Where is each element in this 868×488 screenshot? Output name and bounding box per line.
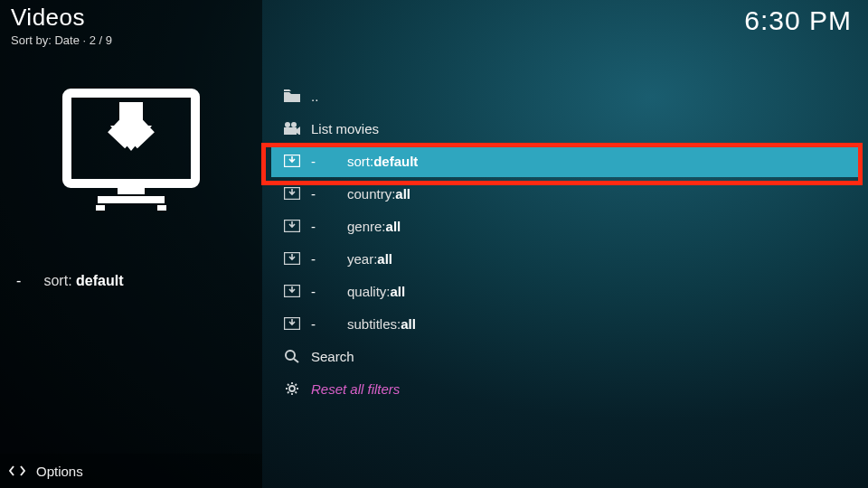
up-label: .. xyxy=(311,89,318,104)
list-item-reset[interactable]: Reset all filters xyxy=(271,372,859,405)
quality-val: all xyxy=(391,284,406,299)
svg-line-22 xyxy=(288,384,289,386)
search-icon xyxy=(284,349,311,363)
detail-val: default xyxy=(76,273,123,288)
sort-field: Date xyxy=(54,33,79,47)
svg-line-23 xyxy=(296,392,297,394)
download-box-icon xyxy=(284,187,311,200)
options-label: Options xyxy=(36,464,83,479)
list-item-search[interactable]: Search xyxy=(271,340,859,372)
sort-info: Sort by: Date · 2 / 9 xyxy=(11,33,112,47)
svg-point-17 xyxy=(289,386,295,391)
header: Videos Sort by: Date · 2 / 9 xyxy=(11,4,112,47)
dash: - xyxy=(311,316,347,332)
svg-rect-2 xyxy=(98,196,165,203)
list-item-movies[interactable]: List movies xyxy=(271,112,859,145)
sidebar-detail: - sort: default xyxy=(16,273,123,289)
genre-key: genre: xyxy=(347,219,386,234)
detail-dash: - xyxy=(16,273,40,289)
list-item-country[interactable]: - country: all xyxy=(271,177,859,210)
download-box-icon xyxy=(284,252,311,265)
search-label: Search xyxy=(311,349,354,364)
country-key: country: xyxy=(347,186,395,202)
list-item-genre[interactable]: - genre: all xyxy=(271,210,859,242)
separator: · xyxy=(80,33,90,47)
dash: - xyxy=(311,251,347,267)
dash: - xyxy=(311,284,347,299)
list-item-sort[interactable]: - sort: default xyxy=(271,145,859,177)
svg-point-7 xyxy=(291,122,297,127)
country-val: all xyxy=(395,186,410,202)
year-val: all xyxy=(377,251,392,267)
svg-line-24 xyxy=(288,392,289,394)
download-box-icon xyxy=(284,155,311,167)
folder-up-icon xyxy=(284,89,311,102)
download-box-icon xyxy=(284,317,311,330)
subtitles-key: subtitles: xyxy=(347,316,401,332)
svg-rect-3 xyxy=(96,205,105,211)
video-camera-icon xyxy=(284,122,311,135)
svg-point-6 xyxy=(285,122,290,127)
download-box-icon xyxy=(284,220,311,232)
position-indicator: 2 / 9 xyxy=(90,33,112,47)
svg-line-25 xyxy=(296,384,297,386)
svg-point-15 xyxy=(286,351,295,360)
download-box-icon xyxy=(284,285,311,297)
detail-key: sort: xyxy=(43,273,76,288)
genre-val: all xyxy=(386,219,401,234)
list-item-quality[interactable]: - quality: all xyxy=(271,275,859,307)
dash: - xyxy=(311,219,347,234)
list-item-subtitles[interactable]: - subtitles: all xyxy=(271,307,859,340)
clock: 6:30 PM xyxy=(744,5,852,36)
svg-rect-8 xyxy=(284,127,297,135)
reset-label: Reset all filters xyxy=(311,381,400,397)
sidebar xyxy=(0,0,262,488)
svg-line-16 xyxy=(294,359,298,362)
list-movies-label: List movies xyxy=(311,121,379,136)
options-arrows-icon xyxy=(9,464,31,478)
page-title: Videos xyxy=(11,4,112,32)
sort-prefix: Sort by: xyxy=(11,33,54,47)
quality-key: quality: xyxy=(347,284,391,299)
download-monitor-icon xyxy=(54,86,208,212)
list-item-year[interactable]: - year: all xyxy=(271,242,859,275)
svg-rect-1 xyxy=(118,187,145,194)
year-key: year: xyxy=(347,251,377,267)
gear-icon xyxy=(284,381,311,396)
list-item-up[interactable]: .. xyxy=(271,80,859,112)
content-list: .. List movies - sort: default - country… xyxy=(271,80,859,405)
dash: - xyxy=(311,154,347,169)
sort-val: default xyxy=(373,154,418,169)
addon-thumbnail xyxy=(0,86,262,216)
svg-rect-4 xyxy=(157,205,166,211)
sort-key: sort: xyxy=(347,154,373,169)
options-button[interactable]: Options xyxy=(0,454,262,488)
svg-rect-5 xyxy=(119,102,143,133)
subtitles-val: all xyxy=(401,316,416,332)
dash: - xyxy=(311,186,347,202)
